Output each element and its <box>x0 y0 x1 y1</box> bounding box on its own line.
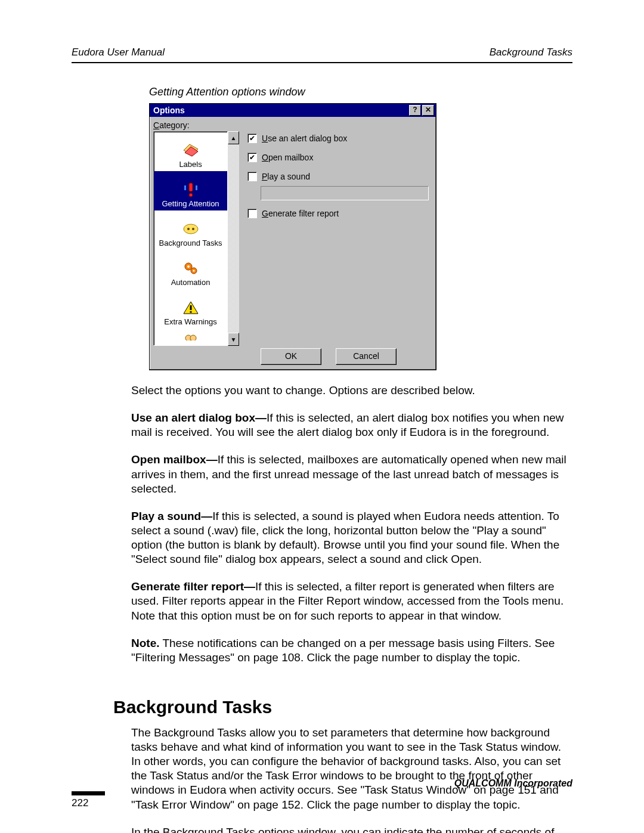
category-item-automation[interactable]: Automation <box>154 250 227 289</box>
category-label-text: Labels <box>179 160 202 169</box>
cancel-button[interactable]: Cancel <box>336 348 397 365</box>
paragraph-play-sound: Play a sound—If this is selected, a soun… <box>131 509 572 567</box>
option-open-mailbox[interactable]: ✔ Open mailbox <box>247 153 429 162</box>
paragraph-filter-report: Generate filter report—If this is select… <box>131 580 572 623</box>
option-label: Play a sound <box>262 172 310 181</box>
svg-point-8 <box>192 228 194 230</box>
option-use-alert[interactable]: ✔ Use an alert dialog box <box>247 134 429 143</box>
option-label: Use an alert dialog box <box>262 134 347 143</box>
scroll-down-button[interactable]: ▼ <box>228 333 239 346</box>
footer-bar <box>72 791 105 795</box>
svg-rect-4 <box>184 185 186 190</box>
scroll-track[interactable] <box>228 144 239 333</box>
svg-rect-5 <box>196 185 197 190</box>
category-list[interactable]: Labels Getting Attention Background Task… <box>153 131 228 346</box>
titlebar[interactable]: Options ? ✕ <box>150 104 436 117</box>
scroll-up-button[interactable]: ▲ <box>228 131 239 144</box>
document-page: Eudora User Manual Background Tasks Gett… <box>0 0 644 833</box>
category-label-text: Background Tasks <box>159 239 222 247</box>
intro-paragraph: Select the options you want to change. O… <box>131 383 572 398</box>
bold-lead: Open mailbox— <box>131 453 218 466</box>
category-label-text: Extra Warnings <box>164 317 216 326</box>
paragraph-open-mailbox: Open mailbox—If this is selected, mailbo… <box>131 453 572 496</box>
svg-rect-14 <box>190 305 191 310</box>
header-rule <box>72 62 572 63</box>
checkbox-use-alert[interactable]: ✔ <box>247 134 257 143</box>
help-button[interactable]: ? <box>409 105 421 116</box>
footer-company: QUALCOMM Incorporated <box>72 778 572 789</box>
category-item-labels[interactable]: Labels <box>154 132 227 171</box>
svg-point-6 <box>184 224 198 234</box>
page-footer: QUALCOMM Incorporated 222 <box>72 778 572 809</box>
header-left: Eudora User Manual <box>72 47 165 58</box>
page-header: Eudora User Manual Background Tasks <box>72 47 572 62</box>
category-item-partial[interactable] <box>154 329 227 345</box>
paragraph-note: Note. These notifications can be changed… <box>131 636 572 665</box>
section-paragraph-2: In the Background Tasks options window, … <box>131 825 572 833</box>
figure-caption: Getting Attention options window <box>149 86 572 98</box>
category-item-getting-attention[interactable]: Getting Attention <box>154 171 227 210</box>
footer-page-number: 222 <box>72 797 572 809</box>
category-label-text: Getting Attention <box>162 199 219 208</box>
body-text: Select the options you want to change. O… <box>131 383 572 665</box>
partial-icon <box>181 329 200 343</box>
header-right: Background Tasks <box>490 47 572 58</box>
option-play-sound[interactable]: Play a sound <box>247 172 429 181</box>
option-filter-report[interactable]: Generate filter report <box>247 209 429 218</box>
paragraph-use-alert: Use an alert dialog box—If this is selec… <box>131 411 572 439</box>
svg-point-7 <box>187 228 190 230</box>
para-text: These notifications can be changed on a … <box>131 637 555 664</box>
warning-icon <box>181 299 200 316</box>
svg-rect-15 <box>190 311 191 313</box>
options-panel: ✔ Use an alert dialog box ✔ Open mailbox… <box>239 131 432 346</box>
option-label: Open mailbox <box>262 153 313 162</box>
attention-icon <box>181 181 200 198</box>
bold-lead: Note. <box>131 637 160 649</box>
svg-point-12 <box>193 270 194 271</box>
category-label: Category: <box>153 120 432 130</box>
bold-lead: Use an alert dialog box— <box>131 411 267 424</box>
window-middle: Labels Getting Attention Background Task… <box>153 131 432 346</box>
options-window: Options ? ✕ Category: Labels <box>149 103 436 370</box>
ok-button[interactable]: OK <box>261 348 321 365</box>
category-item-background-tasks[interactable]: Background Tasks <box>154 210 227 250</box>
window-title: Options <box>153 106 408 115</box>
checkbox-play-sound[interactable] <box>247 172 257 181</box>
svg-point-3 <box>189 193 193 197</box>
bold-lead: Play a sound— <box>131 510 212 522</box>
checkbox-filter-report[interactable] <box>247 209 257 218</box>
category-item-extra-warnings[interactable]: Extra Warnings <box>154 289 227 329</box>
category-label-text: Automation <box>171 278 210 287</box>
close-button[interactable]: ✕ <box>422 105 434 116</box>
window-body: Category: Labels Getting Attention <box>150 117 436 370</box>
background-tasks-icon <box>181 221 200 237</box>
dialog-button-row: OK Cancel <box>153 346 432 366</box>
checkbox-open-mailbox[interactable]: ✔ <box>247 153 257 162</box>
svg-point-17 <box>190 335 196 340</box>
section-heading-background-tasks: Background Tasks <box>113 697 572 717</box>
bold-lead: Generate filter report— <box>131 580 255 593</box>
option-label: Generate filter report <box>262 209 339 218</box>
sound-file-button[interactable] <box>261 186 429 200</box>
labels-icon <box>181 142 200 159</box>
category-scrollbar[interactable]: ▲ ▼ <box>228 131 239 346</box>
automation-icon <box>181 260 200 277</box>
svg-rect-2 <box>189 183 193 191</box>
svg-point-11 <box>187 265 190 268</box>
